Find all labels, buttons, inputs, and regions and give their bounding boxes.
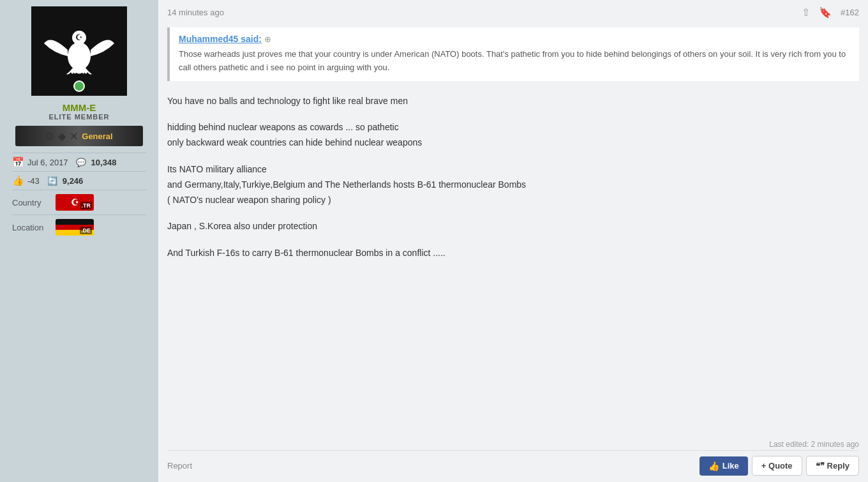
join-date: Jul 6, 2017: [27, 158, 68, 167]
header-actions: ⇧ 🔖 #162: [802, 6, 859, 19]
post-footer: Report 👍 Like + Quote ❝❞ Reply: [158, 451, 868, 482]
reply-label: Reply: [827, 461, 849, 471]
post-count: 10,348: [91, 158, 117, 167]
svg-text:☪: ☪: [75, 33, 83, 42]
message-icon: 💬: [76, 158, 89, 167]
username[interactable]: MMM-E: [63, 102, 96, 113]
stats-likes: 👍 -43 🔄 9,246: [12, 171, 146, 190]
thumbs-up-icon: 👍: [708, 461, 719, 471]
bookmark-icon[interactable]: 🔖: [819, 6, 832, 19]
quote-expand-icon[interactable]: ⊕: [264, 34, 271, 44]
calendar-icon: 📅: [12, 156, 25, 168]
report-link[interactable]: Report: [167, 461, 192, 471]
post-header: 14 minutes ago ⇧ 🔖 #162: [158, 0, 868, 25]
user-rank: ELITE MEMBER: [49, 113, 109, 121]
quote-text: Those warheads just proves me that your …: [179, 48, 850, 75]
sidebar: ☪ MMM-E ELITE MEMBER ⚙ ◆ ✕: [0, 0, 158, 482]
rank-label: General: [82, 132, 112, 141]
stats-join-date: 📅 Jul 6, 2017 💬 10,348: [12, 153, 146, 171]
rank-icon3: ✕: [70, 130, 78, 142]
like-label: Like: [722, 461, 739, 471]
country-label: Country: [12, 198, 50, 207]
quote-block: Muhammed45 said: ⊕ Those warheads just p…: [167, 27, 859, 81]
action-buttons: 👍 Like + Quote ❝❞ Reply: [700, 456, 859, 476]
like-count: -43: [27, 176, 40, 186]
online-indicator: [73, 80, 85, 92]
post-timestamp: 14 minutes ago: [167, 8, 224, 17]
reply-icon: ❝❞: [816, 461, 825, 471]
share-icon[interactable]: ⇧: [802, 6, 810, 19]
country-block: Country ☪: [12, 190, 146, 215]
avatar-container: ☪: [31, 6, 127, 96]
country-flag: ☪: [56, 194, 94, 211]
like-button[interactable]: 👍 Like: [700, 456, 748, 476]
moon-star-icon: ☪: [71, 197, 79, 207]
location-flag: [56, 219, 94, 236]
quote-button[interactable]: + Quote: [752, 456, 802, 476]
post-container: 14 minutes ago ⇧ 🔖 #162 Muhammed45 said:…: [158, 0, 868, 482]
reaction-count: 9,246: [63, 176, 84, 186]
post-paragraph-2: hidding behind nuclear weapons as coward…: [167, 120, 859, 151]
quote-author[interactable]: Muhammed45 said:: [179, 34, 262, 44]
rank-icon1: ⚙: [45, 130, 54, 142]
post-body: You have no balls and technology to figh…: [158, 87, 868, 437]
location-label: Location: [12, 223, 50, 232]
rank-icon2: ◆: [58, 130, 66, 142]
post-paragraph-4: Japan , S.Korea also under protection: [167, 219, 859, 234]
reply-button[interactable]: ❝❞ Reply: [806, 456, 859, 476]
thumbs-icon: 👍: [12, 175, 25, 186]
post-paragraph-1: You have no balls and technology to figh…: [167, 94, 859, 109]
post-number: #162: [841, 8, 859, 17]
reaction-icon: 🔄: [47, 176, 60, 186]
post-paragraph-3: Its NATO military alliance and Germany,I…: [167, 162, 859, 207]
location-block: Location: [12, 215, 146, 239]
rank-badge: ⚙ ◆ ✕ General: [15, 126, 143, 146]
post-paragraph-5: And Turkish F-16s to carry B-61 thermonu…: [167, 246, 859, 261]
quote-header: Muhammed45 said: ⊕: [179, 34, 850, 44]
last-edited: Last edited: 2 minutes ago: [769, 440, 859, 449]
avatar-image: ☪: [38, 15, 121, 88]
